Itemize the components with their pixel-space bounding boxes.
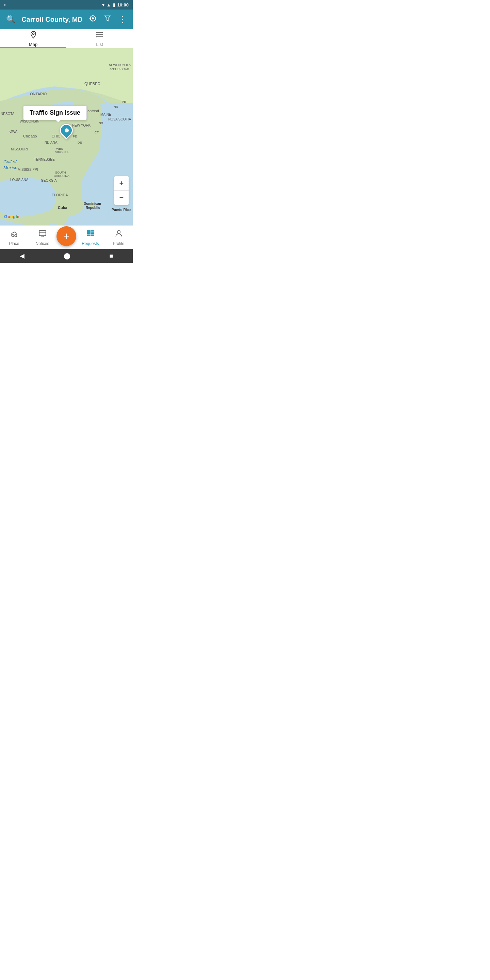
google-o2: o bbox=[10, 214, 13, 219]
svg-text:MISSOURI: MISSOURI bbox=[11, 147, 27, 151]
svg-text:NEWFOUNDLA: NEWFOUNDLA bbox=[109, 63, 130, 67]
svg-marker-6 bbox=[105, 16, 111, 21]
notices-label: Notices bbox=[35, 241, 49, 246]
svg-text:PE: PE bbox=[122, 100, 126, 103]
bottom-nav-place[interactable]: Place bbox=[0, 229, 28, 246]
svg-text:TENNESSEE: TENNESSEE bbox=[34, 158, 55, 161]
svg-text:WEST: WEST bbox=[56, 147, 65, 150]
map-tab-icon bbox=[29, 30, 37, 41]
svg-text:Cuba: Cuba bbox=[58, 205, 67, 210]
android-recents-button[interactable]: ■ bbox=[110, 253, 113, 259]
google-o1: o bbox=[8, 214, 10, 219]
svg-point-13 bbox=[96, 36, 97, 37]
tooltip-text: Traffic Sign Issue bbox=[30, 109, 80, 116]
status-right: ▾ ▲ ▮ 10:00 bbox=[102, 2, 129, 8]
zoom-controls: + − bbox=[115, 176, 129, 205]
svg-rect-54 bbox=[87, 230, 91, 234]
google-e: e bbox=[17, 214, 19, 219]
svg-text:Puerto Rico: Puerto Rico bbox=[111, 208, 130, 212]
svg-text:NH: NH bbox=[99, 121, 103, 124]
time-display: 10:00 bbox=[118, 2, 129, 8]
map-location-pin[interactable] bbox=[60, 124, 73, 137]
list-tab-label: List bbox=[96, 42, 103, 47]
svg-text:NB: NB bbox=[114, 105, 118, 108]
svg-text:FLORIDA: FLORIDA bbox=[52, 193, 68, 197]
place-icon bbox=[10, 229, 19, 240]
bottom-nav-notices[interactable]: Notices bbox=[28, 229, 56, 246]
android-back-button[interactable]: ◀ bbox=[20, 252, 24, 259]
svg-text:AND LABRAD: AND LABRAD bbox=[110, 67, 129, 71]
svg-rect-52 bbox=[39, 231, 46, 235]
bottom-nav-bar: Place Notices + Requests bbox=[0, 225, 133, 249]
top-nav-bar: 🔍 Carroll County, MD ⋮ bbox=[0, 10, 133, 29]
bottom-nav-requests[interactable]: Requests bbox=[76, 229, 105, 246]
svg-text:NESOTA: NESOTA bbox=[1, 112, 14, 116]
fab-add-button[interactable]: + bbox=[56, 226, 76, 246]
battery-icon: ▮ bbox=[113, 2, 115, 8]
gulf-text: Gulf ofMexico bbox=[3, 159, 18, 170]
svg-text:CT: CT bbox=[95, 130, 99, 134]
svg-text:QUEBEC: QUEBEC bbox=[84, 82, 100, 86]
nav-title: Carroll County, MD bbox=[21, 16, 83, 24]
google-g2: g bbox=[13, 214, 16, 219]
requests-icon bbox=[86, 229, 95, 240]
profile-icon bbox=[115, 229, 123, 240]
fab-icon: + bbox=[63, 231, 70, 242]
svg-text:DE: DE bbox=[78, 141, 82, 144]
profile-label: Profile bbox=[113, 241, 124, 246]
list-tab-icon bbox=[95, 30, 104, 41]
svg-text:MISSISSIPPI: MISSISSIPPI bbox=[18, 168, 38, 172]
sim-icon: ▪ bbox=[4, 2, 6, 8]
svg-point-59 bbox=[117, 231, 120, 234]
zoom-in-button[interactable]: + bbox=[115, 176, 129, 191]
svg-text:INDIANA: INDIANA bbox=[43, 140, 57, 144]
svg-rect-57 bbox=[87, 234, 90, 236]
svg-rect-55 bbox=[91, 230, 94, 231]
svg-text:SOUTH: SOUTH bbox=[55, 171, 66, 174]
google-g: G bbox=[4, 214, 8, 219]
status-left: ▪ bbox=[4, 2, 6, 8]
svg-point-7 bbox=[32, 33, 34, 34]
svg-text:Dominican: Dominican bbox=[84, 202, 101, 205]
svg-text:OHIO: OHIO bbox=[52, 134, 60, 138]
svg-text:Chicago: Chicago bbox=[23, 134, 37, 138]
tab-bar: Map List bbox=[0, 29, 133, 48]
map-tab-label: Map bbox=[29, 42, 37, 47]
svg-text:NOVA SCOTIA: NOVA SCOTIA bbox=[108, 118, 131, 121]
svg-text:IOWA: IOWA bbox=[8, 130, 18, 134]
requests-label: Requests bbox=[82, 241, 99, 246]
svg-point-12 bbox=[96, 34, 97, 35]
svg-point-1 bbox=[92, 18, 94, 19]
map-container[interactable]: ONTARIO QUEBEC NEWFOUNDLA AND LABRAD NB … bbox=[0, 48, 133, 225]
status-bar: ▪ ▾ ▲ ▮ 10:00 bbox=[0, 0, 133, 10]
svg-point-11 bbox=[96, 32, 97, 33]
bottom-nav-profile[interactable]: Profile bbox=[105, 229, 133, 246]
tab-list[interactable]: List bbox=[66, 29, 133, 48]
svg-text:ONTARIO: ONTARIO bbox=[30, 92, 47, 96]
svg-text:NEW YORK: NEW YORK bbox=[72, 124, 91, 127]
signal-icon: ▲ bbox=[107, 2, 111, 8]
svg-text:CAROLINA: CAROLINA bbox=[54, 174, 69, 178]
android-nav-bar: ◀ ⬤ ■ bbox=[0, 249, 133, 263]
android-home-button[interactable]: ⬤ bbox=[64, 252, 70, 259]
notices-icon bbox=[38, 229, 47, 240]
location-icon[interactable] bbox=[88, 13, 98, 26]
svg-rect-58 bbox=[91, 234, 94, 236]
filter-icon[interactable] bbox=[102, 13, 113, 25]
wifi-icon: ▾ bbox=[102, 2, 105, 8]
place-label: Place bbox=[9, 241, 19, 246]
svg-rect-56 bbox=[91, 232, 94, 234]
more-menu-icon[interactable]: ⋮ bbox=[117, 13, 128, 26]
google-logo: Google bbox=[4, 214, 19, 219]
tab-map[interactable]: Map bbox=[0, 29, 66, 48]
map-tooltip[interactable]: Traffic Sign Issue bbox=[23, 105, 87, 120]
gulf-of-mexico-label: Gulf ofMexico bbox=[3, 159, 18, 171]
svg-text:MAINE: MAINE bbox=[100, 113, 111, 116]
svg-text:Republic: Republic bbox=[86, 206, 100, 210]
svg-text:LOUISIANA: LOUISIANA bbox=[10, 178, 29, 182]
search-icon[interactable]: 🔍 bbox=[5, 14, 17, 25]
svg-text:GEORGIA: GEORGIA bbox=[41, 179, 57, 182]
zoom-out-button[interactable]: − bbox=[115, 191, 129, 205]
svg-text:VIRGINIA: VIRGINIA bbox=[55, 150, 69, 154]
